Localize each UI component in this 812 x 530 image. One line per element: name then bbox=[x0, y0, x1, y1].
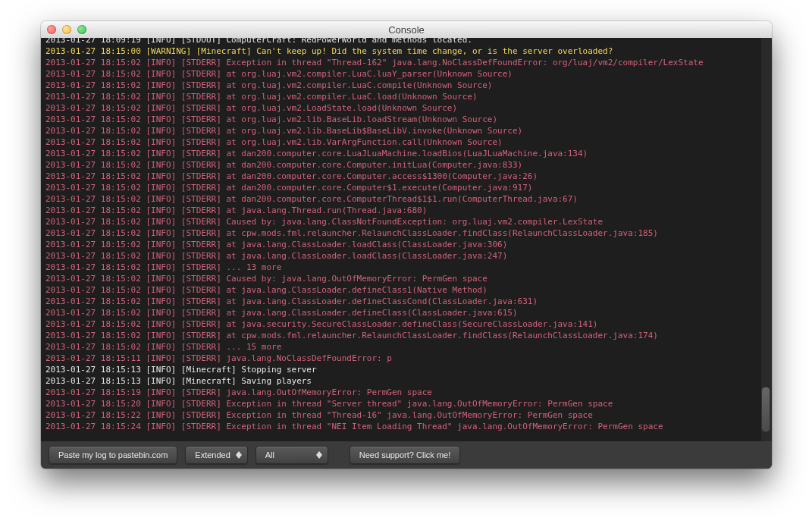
log-line: 2013-01-27 18:15:02 [INFO] [STDERR] at d… bbox=[45, 193, 761, 205]
log-line: 2013-01-27 18:15:02 [INFO] [STDERR] Exce… bbox=[45, 57, 761, 68]
window-title: Console bbox=[41, 24, 772, 36]
pastebin-button[interactable]: Paste my log to pastebin.com bbox=[49, 446, 177, 464]
log-line: 2013-01-27 18:15:02 [INFO] [STDERR] at d… bbox=[45, 171, 761, 182]
log-line: 2013-01-27 18:15:02 [INFO] [STDERR] ... … bbox=[45, 262, 761, 273]
traffic-lights bbox=[41, 25, 86, 34]
log-line: 2013-01-27 18:15:02 [INFO] [STDERR] Caus… bbox=[45, 216, 761, 227]
close-button[interactable] bbox=[47, 25, 56, 34]
log-line: 2013-01-27 18:15:02 [INFO] [STDERR] at j… bbox=[45, 205, 761, 216]
log-line: 2013-01-27 18:15:02 [INFO] [STDERR] at o… bbox=[45, 125, 761, 136]
log-line: 2013-01-27 18:15:00 [WARNING] [Minecraft… bbox=[45, 45, 761, 57]
log-line: 2013-01-27 18:15:02 [INFO] [STDERR] at o… bbox=[45, 68, 761, 80]
log-line: 2013-01-27 18:15:02 [INFO] [STDERR] ... … bbox=[45, 341, 761, 353]
mode-select-value: Extended bbox=[195, 450, 230, 459]
scrollbar-thumb[interactable] bbox=[761, 387, 770, 432]
log-line: 2013-01-27 18:15:20 [INFO] [STDERR] Exce… bbox=[45, 398, 761, 409]
log-line: 2013-01-27 18:15:02 [INFO] [STDERR] Caus… bbox=[45, 273, 761, 284]
log-line: 2013-01-27 18:15:02 [INFO] [STDERR] at j… bbox=[45, 284, 761, 296]
pastebin-label: Paste my log to pastebin.com bbox=[58, 450, 168, 459]
log-line: 2013-01-27 18:15:02 [INFO] [STDERR] at j… bbox=[45, 239, 761, 250]
log-line: 2013-01-27 18:15:02 [INFO] [STDERR] at c… bbox=[45, 330, 761, 341]
zoom-button[interactable] bbox=[77, 25, 86, 34]
log-line: 2013-01-27 18:15:02 [INFO] [STDERR] at c… bbox=[45, 227, 761, 239]
bottom-toolbar: Paste my log to pastebin.com Extended Al… bbox=[41, 441, 772, 469]
filter-select-value: All bbox=[265, 450, 274, 459]
console-window: Console 2013-01-27 18:09:19 [INFO] [STDO… bbox=[41, 21, 772, 469]
console-wrap: 2013-01-27 18:09:19 [INFO] [STDOUT] Comp… bbox=[41, 38, 772, 441]
log-line: 2013-01-27 18:15:02 [INFO] [STDERR] at j… bbox=[45, 296, 761, 307]
log-line: 2013-01-27 18:15:02 [INFO] [STDERR] at d… bbox=[45, 182, 761, 193]
chevrons-icon bbox=[314, 447, 324, 463]
log-line: 2013-01-27 18:15:02 [INFO] [STDERR] at o… bbox=[45, 80, 761, 91]
log-view[interactable]: 2013-01-27 18:09:19 [INFO] [STDOUT] Comp… bbox=[41, 38, 761, 441]
log-line: 2013-01-27 18:15:02 [INFO] [STDERR] at j… bbox=[45, 307, 761, 318]
titlebar: Console bbox=[41, 21, 772, 39]
support-label: Need support? Click me! bbox=[359, 450, 450, 459]
support-button[interactable]: Need support? Click me! bbox=[350, 446, 460, 464]
log-line: 2013-01-27 18:15:02 [INFO] [STDERR] at d… bbox=[45, 159, 761, 171]
log-line: 2013-01-27 18:15:02 [INFO] [STDERR] at j… bbox=[45, 250, 761, 262]
chevrons-icon bbox=[234, 447, 244, 463]
log-line: 2013-01-27 18:15:02 [INFO] [STDERR] at d… bbox=[45, 148, 761, 159]
log-line: 2013-01-27 18:15:24 [INFO] [STDERR] Exce… bbox=[45, 421, 761, 432]
mode-select[interactable]: Extended bbox=[185, 446, 247, 464]
log-line: 2013-01-27 18:15:02 [INFO] [STDERR] at o… bbox=[45, 102, 761, 114]
log-line: 2013-01-27 18:15:02 [INFO] [STDERR] at j… bbox=[45, 318, 761, 330]
log-line: 2013-01-27 18:15:13 [INFO] [Minecraft] S… bbox=[45, 364, 761, 375]
log-line: 2013-01-27 18:09:19 [INFO] [STDOUT] Comp… bbox=[45, 38, 761, 45]
log-line: 2013-01-27 18:15:22 [INFO] [STDERR] Exce… bbox=[45, 409, 761, 421]
log-line: 2013-01-27 18:15:02 [INFO] [STDERR] at o… bbox=[45, 91, 761, 102]
log-line: 2013-01-27 18:15:02 [INFO] [STDERR] at o… bbox=[45, 114, 761, 125]
log-line: 2013-01-27 18:15:19 [INFO] [STDERR] java… bbox=[45, 387, 761, 398]
window-body: 2013-01-27 18:09:19 [INFO] [STDOUT] Comp… bbox=[41, 38, 772, 469]
log-line: 2013-01-27 18:15:11 [INFO] [STDERR] java… bbox=[45, 353, 761, 364]
scrollbar-track[interactable] bbox=[761, 38, 772, 441]
minimize-button[interactable] bbox=[62, 25, 71, 34]
filter-select[interactable]: All bbox=[256, 446, 328, 464]
log-line: 2013-01-27 18:15:13 [INFO] [Minecraft] S… bbox=[45, 375, 761, 387]
log-line: 2013-01-27 18:15:02 [INFO] [STDERR] at o… bbox=[45, 136, 761, 148]
